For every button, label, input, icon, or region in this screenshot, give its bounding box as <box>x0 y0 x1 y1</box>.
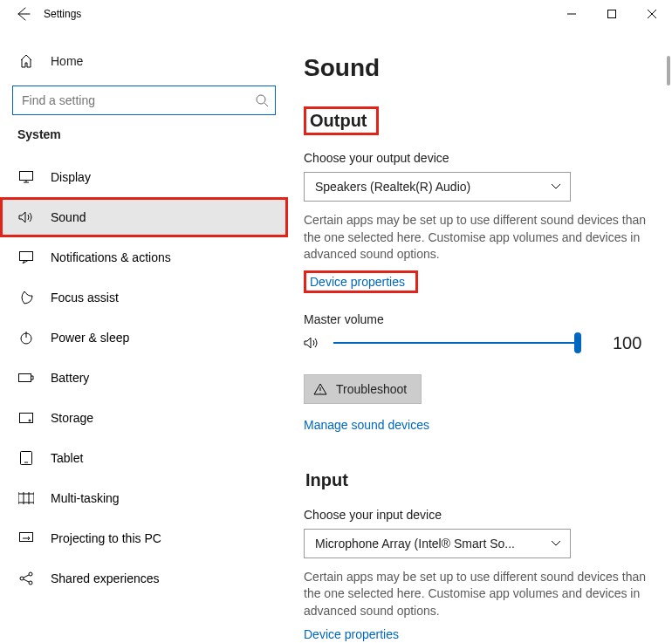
svg-point-11 <box>29 572 32 576</box>
sidebar-item-label: Storage <box>51 411 93 425</box>
search-icon <box>256 94 268 106</box>
sidebar-item-display[interactable]: Display <box>0 157 288 197</box>
arrow-left-icon <box>15 6 31 22</box>
sidebar-item-multitasking[interactable]: Multi-tasking <box>0 478 288 518</box>
sidebar-item-label: Notifications & actions <box>51 250 171 264</box>
input-help-text: Certain apps may be set up to use differ… <box>304 569 653 620</box>
sidebar-item-sound[interactable]: Sound <box>0 197 288 237</box>
input-device-dropdown[interactable]: Microphone Array (Intel® Smart So... <box>304 529 571 558</box>
svg-rect-5 <box>19 374 31 382</box>
sidebar-item-label: Power & sleep <box>51 331 129 345</box>
section-heading: System <box>0 127 288 141</box>
master-volume-label: Master volume <box>304 312 653 326</box>
sidebar: Home System Display Sound Notifications … <box>0 28 288 643</box>
sidebar-item-battery[interactable]: Battery <box>0 358 288 398</box>
sidebar-item-label: Battery <box>51 371 89 385</box>
output-device-label: Choose your output device <box>304 151 653 165</box>
svg-rect-3 <box>20 252 33 261</box>
tablet-icon <box>17 451 35 465</box>
output-heading: Output <box>304 106 379 135</box>
sidebar-item-label: Focus assist <box>51 291 119 304</box>
window-controls <box>552 0 672 28</box>
volume-slider-thumb[interactable] <box>574 332 581 353</box>
scrollbar-thumb[interactable] <box>667 56 670 86</box>
chevron-down-icon <box>551 183 561 190</box>
sidebar-item-label: Sound <box>51 210 86 224</box>
maximize-icon <box>607 10 616 18</box>
sidebar-item-label: Shared experiences <box>51 571 160 585</box>
volume-icon[interactable] <box>304 336 321 350</box>
svg-point-12 <box>29 581 32 585</box>
search-box[interactable] <box>12 86 276 115</box>
svg-rect-6 <box>20 414 33 423</box>
sidebar-item-tablet[interactable]: Tablet <box>0 438 288 478</box>
output-device-dropdown[interactable]: Speakers (Realtek(R) Audio) <box>304 172 571 202</box>
output-device-properties-link[interactable]: Device properties <box>310 275 405 289</box>
input-device-properties-link[interactable]: Device properties <box>304 627 399 641</box>
sidebar-item-power-sleep[interactable]: Power & sleep <box>0 318 288 358</box>
sidebar-item-label: Multi-tasking <box>51 491 120 505</box>
power-icon <box>17 331 35 345</box>
volume-slider[interactable] <box>333 342 578 344</box>
battery-icon <box>17 373 35 383</box>
display-icon <box>17 171 35 183</box>
chevron-down-icon <box>551 540 561 547</box>
sidebar-home[interactable]: Home <box>0 44 288 79</box>
input-heading: Input <box>304 469 355 492</box>
svg-point-10 <box>20 577 24 580</box>
content-pane: Sound Output Choose your output device S… <box>288 28 672 643</box>
page-title: Sound <box>304 54 653 82</box>
svg-point-1 <box>257 95 265 104</box>
back-button[interactable] <box>5 0 40 28</box>
close-icon <box>648 10 656 18</box>
sidebar-item-notifications[interactable]: Notifications & actions <box>0 237 288 277</box>
home-icon <box>17 54 35 68</box>
multitasking-icon <box>17 492 35 504</box>
volume-value: 100 <box>613 333 641 353</box>
svg-rect-2 <box>20 172 33 181</box>
input-device-label: Choose your input device <box>304 508 653 522</box>
output-device-value: Speakers (Realtek(R) Audio) <box>315 180 470 194</box>
sidebar-item-label: Projecting to this PC <box>51 531 161 545</box>
sidebar-item-shared-experiences[interactable]: Shared experiences <box>0 558 288 599</box>
minimize-icon <box>567 10 576 18</box>
sidebar-item-storage[interactable]: Storage <box>0 398 288 438</box>
manage-sound-devices-link[interactable]: Manage sound devices <box>304 418 429 432</box>
shared-icon <box>17 571 35 585</box>
svg-rect-0 <box>608 10 616 18</box>
input-device-value: Microphone Array (Intel® Smart So... <box>315 537 515 551</box>
maximize-button[interactable] <box>592 0 632 28</box>
notifications-icon <box>17 251 35 263</box>
storage-icon <box>17 413 35 423</box>
window-title: Settings <box>44 8 81 20</box>
sound-icon <box>17 211 35 223</box>
sidebar-item-projecting[interactable]: Projecting to this PC <box>0 518 288 558</box>
svg-rect-9 <box>20 533 33 542</box>
sidebar-item-label: Display <box>51 170 91 184</box>
sidebar-home-label: Home <box>51 54 83 68</box>
minimize-button[interactable] <box>552 0 592 28</box>
svg-point-7 <box>29 420 31 421</box>
output-help-text: Certain apps may be set up to use differ… <box>304 212 653 263</box>
close-button[interactable] <box>632 0 672 28</box>
troubleshoot-button[interactable]: Troubleshoot <box>304 374 422 404</box>
focus-assist-icon <box>17 291 35 304</box>
sidebar-item-label: Tablet <box>51 451 83 465</box>
search-input[interactable] <box>22 93 256 107</box>
projecting-icon <box>17 532 35 544</box>
troubleshoot-label: Troubleshoot <box>336 382 407 396</box>
sidebar-item-focus-assist[interactable]: Focus assist <box>0 277 288 318</box>
warning-icon <box>313 383 327 395</box>
scrollbar[interactable] <box>667 30 670 643</box>
